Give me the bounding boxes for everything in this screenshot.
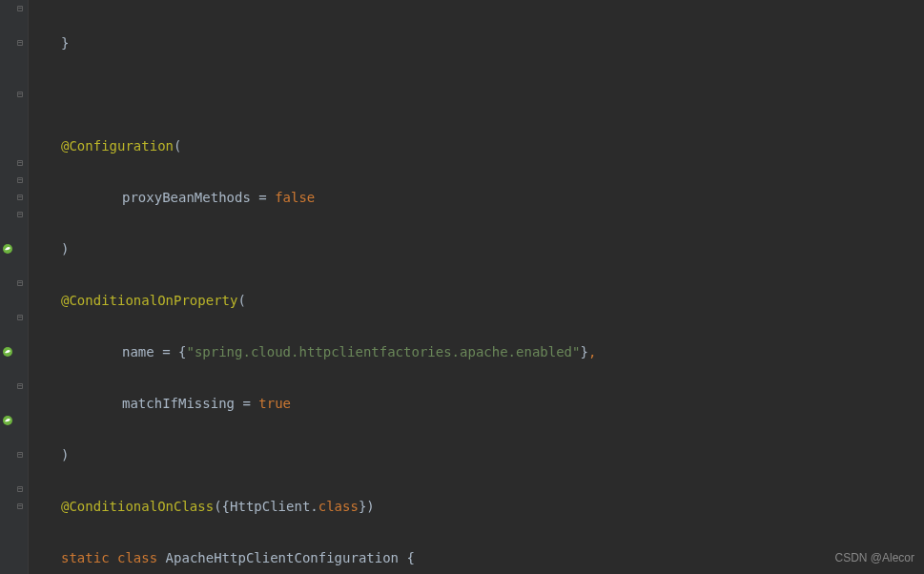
fold-toggle-icon[interactable]: ⊟ <box>17 154 27 164</box>
keyword-class: class <box>117 550 157 565</box>
string-property-value: "spring.cloud.httpclientfactories.apache… <box>186 344 580 359</box>
fold-toggle-icon[interactable]: ⊟ <box>17 189 27 198</box>
code-area: } @Configuration( proxyBeanMethods = fal… <box>31 0 924 574</box>
fold-toggle-icon[interactable]: ⊟ <box>17 309 27 318</box>
type-httpclient: HttpClient <box>230 499 310 514</box>
keyword-static: static <box>61 550 110 565</box>
spring-bean-icon[interactable] <box>2 243 13 255</box>
classname-apachehttpclientconfiguration: ApacheHttpClientConfiguration <box>166 550 399 565</box>
watermark-text: CSDN @Alecor <box>834 549 914 566</box>
fold-toggle-icon[interactable]: ⊟ <box>17 86 27 95</box>
class-keyword: class <box>318 499 359 514</box>
annotation-configuration: @Configuration <box>61 138 174 154</box>
annotation-conditional-on-property: @ConditionalOnProperty <box>61 293 237 308</box>
fold-toggle-icon[interactable]: ⊟ <box>17 0 27 10</box>
annotation-conditional-on-class: @ConditionalOnClass <box>61 499 214 514</box>
param-name: name <box>122 344 154 359</box>
brace-close: } <box>61 35 69 51</box>
fold-toggle-icon[interactable]: ⊟ <box>17 206 27 215</box>
literal-false: false <box>275 190 315 205</box>
fold-toggle-icon[interactable]: ⊟ <box>17 481 27 490</box>
param-proxyBeanMethods: proxyBeanMethods <box>122 190 251 205</box>
fold-toggle-icon[interactable]: ⊟ <box>17 172 27 181</box>
fold-toggle-icon[interactable]: ⊟ <box>17 275 27 284</box>
fold-toggle-icon[interactable]: ⊟ <box>17 446 27 456</box>
editor-gutter: ⊟⊟⊟⊟⊟⊟⊟⊟⊟⊟⊟⊟⊟ <box>0 0 29 574</box>
fold-toggle-icon[interactable]: ⊟ <box>17 378 27 387</box>
spring-bean-icon[interactable] <box>2 415 13 426</box>
param-matchIfMissing: matchIfMissing <box>122 396 235 411</box>
fold-toggle-icon[interactable]: ⊟ <box>17 34 27 44</box>
fold-toggle-icon[interactable]: ⊟ <box>17 498 27 507</box>
spring-bean-icon[interactable] <box>2 346 13 358</box>
literal-true: true <box>258 396 291 411</box>
